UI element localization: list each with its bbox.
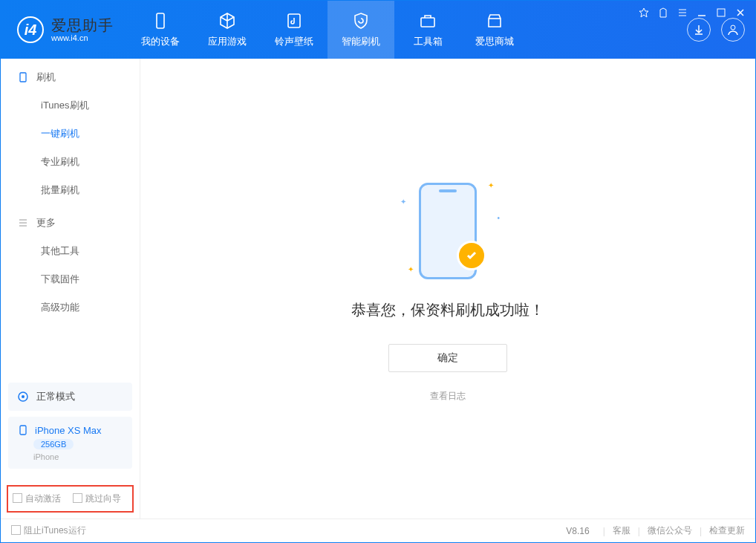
options-highlight-box: 自动激活 跳过向导: [7, 485, 134, 513]
sidebar-item-batch-flash[interactable]: 批量刷机: [1, 176, 140, 204]
device-storage-badge: 256GB: [33, 439, 74, 449]
tab-label: 工具箱: [414, 35, 443, 48]
mode-label: 正常模式: [36, 390, 75, 403]
tab-label: 我的设备: [141, 35, 180, 48]
minimize-icon[interactable]: [696, 7, 708, 19]
success-message: 恭喜您，保资料刷机成功啦！: [351, 300, 544, 320]
checkbox-skip-guide[interactable]: 跳过向导: [73, 492, 121, 505]
checkbox-block-itunes[interactable]: 阻止iTunes运行: [11, 524, 86, 537]
view-log-link[interactable]: 查看日志: [430, 390, 466, 403]
sidebar-item-download-firmware[interactable]: 下载固件: [1, 265, 140, 293]
menu-icon[interactable]: [677, 7, 688, 19]
sidebar-item-other-tools[interactable]: 其他工具: [1, 237, 140, 265]
shield-refresh-icon: [351, 11, 371, 30]
cube-icon: [218, 11, 237, 30]
close-icon[interactable]: [734, 7, 746, 19]
svg-marker-0: [639, 8, 648, 17]
tab-label: 智能刷机: [342, 35, 380, 48]
phone-outline-icon: [17, 71, 29, 83]
device-info[interactable]: iPhone XS Max 256GB iPhone: [8, 417, 132, 469]
music-icon: [284, 11, 304, 30]
logo-icon: i4: [17, 16, 44, 43]
device-type: iPhone: [33, 452, 59, 461]
maximize-icon[interactable]: [715, 7, 727, 19]
svg-point-8: [22, 395, 25, 398]
footer-link-support[interactable]: 客服: [613, 524, 630, 537]
version-label: V8.16: [566, 526, 589, 536]
checkbox-auto-activate[interactable]: 自动激活: [13, 492, 61, 505]
sidebar-section-more: 更多: [1, 204, 140, 237]
svg-rect-1: [717, 9, 725, 16]
tab-label: 铃声壁纸: [275, 35, 313, 48]
tab-ringtone-wallpaper[interactable]: 铃声壁纸: [261, 1, 328, 59]
tab-label: 爱思商城: [475, 35, 514, 48]
success-illustration: ✦✦✦•: [388, 175, 507, 287]
tab-smart-flash[interactable]: 智能刷机: [328, 1, 394, 59]
svg-rect-6: [20, 73, 26, 82]
check-icon: [457, 241, 486, 270]
ok-button[interactable]: 确定: [388, 344, 507, 372]
app-url: www.i4.cn: [51, 33, 114, 42]
tab-my-device[interactable]: 我的设备: [127, 1, 194, 59]
sidebar-item-pro-flash[interactable]: 专业刷机: [1, 148, 140, 176]
svg-rect-2: [157, 13, 164, 28]
toolbox-icon: [418, 11, 437, 30]
svg-rect-9: [20, 426, 26, 435]
tab-toolbox[interactable]: 工具箱: [394, 1, 461, 59]
tab-apps-games[interactable]: 应用游戏: [194, 1, 261, 59]
sidebar-item-oneclick-flash[interactable]: 一键刷机: [1, 120, 140, 148]
sidebar-item-advanced[interactable]: 高级功能: [1, 293, 140, 322]
phone-icon: [151, 11, 170, 30]
device-icon: [17, 424, 29, 436]
footer-link-wechat[interactable]: 微信公众号: [648, 524, 692, 537]
svg-point-5: [731, 25, 735, 30]
footer-link-update[interactable]: 检查更新: [709, 524, 745, 537]
user-button[interactable]: [721, 18, 745, 42]
tab-store[interactable]: 爱思商城: [461, 1, 528, 59]
tab-label: 应用游戏: [208, 35, 247, 48]
svg-rect-4: [421, 18, 434, 27]
sidebar-item-itunes-flash[interactable]: iTunes刷机: [1, 91, 140, 120]
mode-icon: [17, 391, 29, 403]
app-name: 爱思助手: [51, 17, 114, 33]
app-logo: i4 爱思助手 www.i4.cn: [1, 1, 127, 59]
settings-icon[interactable]: [638, 7, 650, 19]
mode-indicator: 正常模式: [8, 383, 132, 411]
device-name: iPhone XS Max: [35, 425, 102, 436]
sidebar-section-flash: 刷机: [1, 59, 140, 91]
skin-icon[interactable]: [657, 7, 669, 19]
download-button[interactable]: [687, 18, 711, 42]
store-icon: [485, 11, 504, 30]
list-icon: [17, 217, 29, 229]
